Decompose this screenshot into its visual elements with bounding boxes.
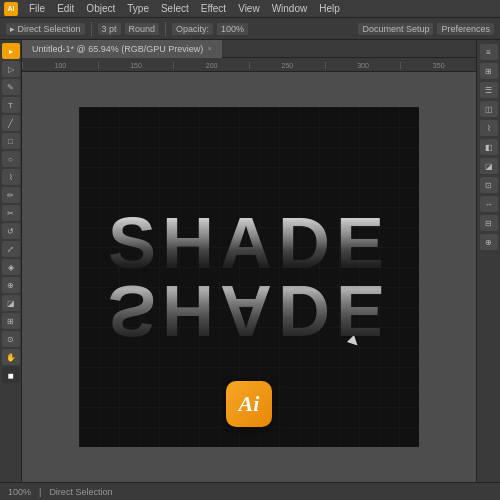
- ai-icon-wrapper: Ai: [226, 381, 272, 427]
- separator-1: [91, 22, 92, 36]
- tool-line[interactable]: ╱: [2, 115, 20, 131]
- right-panel: ≡ ⊞ ☰ ◫ ⌇ ◧ ◪ ⊡ ↔ ⊟ ⊕: [476, 40, 500, 482]
- tool-select[interactable]: ▸: [2, 43, 20, 59]
- separator-2: [165, 22, 166, 36]
- fill-stroke[interactable]: ■: [2, 367, 20, 383]
- panel-transform[interactable]: ↔: [480, 196, 498, 212]
- menu-object[interactable]: Object: [81, 0, 120, 18]
- panel-gradient[interactable]: ◪: [480, 158, 498, 174]
- tab-close[interactable]: ×: [207, 44, 212, 53]
- canvas-content: SHADE SHADE: [108, 207, 390, 347]
- panel-brushes[interactable]: ⌇: [480, 120, 498, 136]
- selection-mode: Direct Selection: [49, 487, 112, 497]
- tool-pencil[interactable]: ✏: [2, 187, 20, 203]
- tab-label: Untitled-1* @ 65.94% (RGB/GPU Preview): [32, 44, 203, 54]
- zoom-level[interactable]: 100%: [8, 487, 31, 497]
- menu-file[interactable]: File: [24, 0, 50, 18]
- canvas-wrapper[interactable]: SHADE SHADE Ai: [22, 72, 476, 482]
- tool-type[interactable]: T: [2, 97, 20, 113]
- ruler-tick: 350: [400, 62, 476, 69]
- tool-zoom[interactable]: ⊙: [2, 331, 20, 347]
- canvas-area: Untitled-1* @ 65.94% (RGB/GPU Preview) ×…: [22, 40, 476, 482]
- tool-brush[interactable]: ⌇: [2, 169, 20, 185]
- stroke-type[interactable]: Round: [125, 23, 160, 35]
- menu-effect[interactable]: Effect: [196, 0, 231, 18]
- ruler-tick: 200: [173, 62, 249, 69]
- tool-scissors[interactable]: ✂: [2, 205, 20, 221]
- tool-circle[interactable]: ○: [2, 151, 20, 167]
- left-toolbar: ▸ ▷ ✎ T ╱ □ ○ ⌇ ✏ ✂ ↺ ⤢ ◈ ⊕ ◪ ⊞ ⊙ ✋ ■: [0, 40, 22, 482]
- tool-rect[interactable]: □: [2, 133, 20, 149]
- tool-pen[interactable]: ✎: [2, 79, 20, 95]
- horizontal-ruler: 100 150 200 250 300 350: [22, 58, 476, 72]
- panel-appearance[interactable]: ⊡: [480, 177, 498, 193]
- panel-symbols[interactable]: ◫: [480, 101, 498, 117]
- doc-setup-button[interactable]: Document Setup: [358, 23, 433, 35]
- panel-layers[interactable]: ⊞: [480, 63, 498, 79]
- opacity-label: Opacity:: [172, 23, 213, 35]
- ai-icon[interactable]: Ai: [226, 381, 272, 427]
- ruler-tick: 150: [98, 62, 174, 69]
- panel-align[interactable]: ⊟: [480, 215, 498, 231]
- menu-type[interactable]: Type: [122, 0, 154, 18]
- tool-mesh[interactable]: ⊞: [2, 313, 20, 329]
- tab-bar: Untitled-1* @ 65.94% (RGB/GPU Preview) ×: [22, 40, 476, 58]
- menu-view[interactable]: View: [233, 0, 265, 18]
- ruler-tick: 250: [249, 62, 325, 69]
- ruler-tick: 100: [22, 62, 98, 69]
- opacity-value[interactable]: 100%: [217, 23, 248, 35]
- ai-icon-label: Ai: [239, 391, 260, 417]
- menu-select[interactable]: Select: [156, 0, 194, 18]
- menu-help[interactable]: Help: [314, 0, 345, 18]
- status-bar: 100% | Direct Selection: [0, 482, 500, 500]
- menu-bar: Ai File Edit Object Type Select Effect V…: [0, 0, 500, 18]
- panel-libraries[interactable]: ☰: [480, 82, 498, 98]
- shade-text-normal[interactable]: SHADE: [108, 207, 390, 279]
- tool-blend[interactable]: ⊕: [2, 277, 20, 293]
- tool-direct-select[interactable]: ▷: [2, 61, 20, 77]
- menu-window[interactable]: Window: [267, 0, 313, 18]
- tool-eyedropper[interactable]: ◈: [2, 259, 20, 275]
- shade-text-reflection: SHADE: [108, 275, 390, 347]
- ruler-tick: 300: [325, 62, 401, 69]
- tool-scale[interactable]: ⤢: [2, 241, 20, 257]
- document-tab[interactable]: Untitled-1* @ 65.94% (RGB/GPU Preview) ×: [22, 40, 222, 58]
- tool-hand[interactable]: ✋: [2, 349, 20, 365]
- panel-swatches[interactable]: ◧: [480, 139, 498, 155]
- stroke-input[interactable]: 3 pt: [98, 23, 121, 35]
- app-logo: Ai: [4, 2, 18, 16]
- preferences-button[interactable]: Preferences: [437, 23, 494, 35]
- tool-selection[interactable]: ▸ Direct Selection: [6, 23, 85, 35]
- main-toolbar: ▸ Direct Selection 3 pt Round Opacity: 1…: [0, 18, 500, 40]
- artboard[interactable]: SHADE SHADE Ai: [79, 107, 419, 447]
- tool-rotate[interactable]: ↺: [2, 223, 20, 239]
- menu-edit[interactable]: Edit: [52, 0, 79, 18]
- main-area: ▸ ▷ ✎ T ╱ □ ○ ⌇ ✏ ✂ ↺ ⤢ ◈ ⊕ ◪ ⊞ ⊙ ✋ ■ Un…: [0, 40, 500, 482]
- panel-properties[interactable]: ≡: [480, 44, 498, 60]
- status-separator: |: [39, 487, 41, 497]
- tool-gradient[interactable]: ◪: [2, 295, 20, 311]
- panel-pathfinder[interactable]: ⊕: [480, 234, 498, 250]
